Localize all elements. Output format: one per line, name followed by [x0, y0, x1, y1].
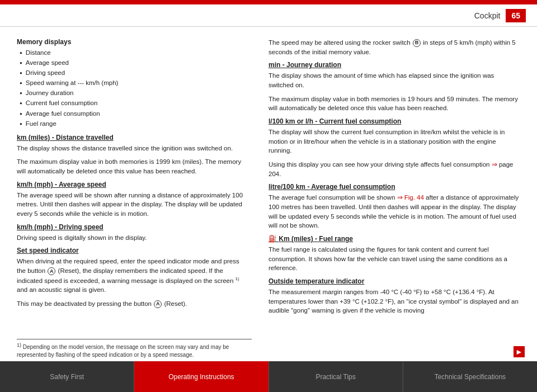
header-title-area: Cockpit 65 [474, 9, 526, 22]
fuel-icon: ⛽ [268, 235, 277, 243]
nav-technical-specs[interactable]: Technical Specifications [403, 361, 537, 392]
kmh-driving-p1: Driving speed is digitally shown in the … [17, 233, 246, 243]
list-item: Fuel range [20, 119, 246, 128]
journey-dur-section: min - Journey duration The display shows… [268, 61, 520, 113]
fuel-curr-section: l/100 km or l/h - Current fuel consumpti… [268, 117, 520, 178]
top-red-bar [0, 0, 537, 4]
km-miles-p1: The display shows the distance travelled… [17, 144, 246, 153]
kmh-avg-p1: The average speed will be shown after ru… [17, 191, 246, 219]
button-b-circle: B [413, 39, 421, 47]
nav-label-safety: Safety First [50, 373, 84, 381]
fuel-avg-title: litre/100 km - Average fuel consumption [268, 183, 520, 191]
kmh-driving-section: km/h (mph) - Driving speed Driving speed… [17, 223, 246, 243]
km-miles-title: km (miles) - Distance travelled [17, 134, 246, 141]
fuel-avg-p1: The average fuel consumption will be sho… [268, 193, 520, 230]
button-a-circle-2: A [154, 300, 162, 308]
footnote-ref: 1) [235, 276, 239, 281]
nav-safety-first[interactable]: Safety First [0, 361, 134, 392]
right-column: The speed may be altered using the rocke… [257, 27, 537, 361]
km-miles-p2: The maximum display value in both memori… [17, 157, 246, 176]
memory-displays-title: Memory displays [17, 38, 246, 46]
km-miles-section: km (miles) - Distance travelled The disp… [17, 134, 246, 176]
kmh-avg-title: km/h (mph) - Average speed [17, 181, 246, 188]
fig-arrow-link: ⇒ [397, 194, 403, 201]
nav-label-practical: Practical Tips [315, 373, 355, 381]
page-arrow-link: ⇒ [492, 161, 497, 168]
fuel-curr-title: l/100 km or l/h - Current fuel consumpti… [268, 117, 520, 125]
journey-dur-p2: The maximum display value in both memori… [268, 95, 520, 113]
list-item: Distance [20, 48, 246, 57]
next-page-arrow: ► [514, 346, 525, 357]
footnote-sup: 1) [17, 342, 21, 348]
fuel-avg-section: litre/100 km - Average fuel consumption … [268, 183, 520, 230]
list-item: Average speed [20, 58, 246, 67]
kmh-driving-title: km/h (mph) - Driving speed [17, 223, 246, 231]
fig-reference: Fig. 44 [404, 194, 424, 201]
nav-label-technical: Technical Specifications [435, 373, 506, 381]
speed-alter-p: The speed may be altered using the rocke… [268, 38, 520, 56]
footnote-area: 1) Depending on the model version, the m… [17, 339, 252, 358]
set-speed-section: Set speed indicator When driving at the … [17, 247, 246, 308]
set-speed-p1: When driving at the required speed, ente… [17, 257, 246, 295]
page-header: Cockpit 65 [0, 4, 537, 27]
outside-temp-p1: The measurement margin ranges from -40 °… [268, 287, 520, 315]
list-item: Journey duration [20, 88, 246, 97]
list-item: Driving speed [20, 68, 246, 77]
nav-practical-tips[interactable]: Practical Tips [269, 361, 403, 392]
fuel-range-section: ⛽ Km (miles) - Fuel range The fuel range… [268, 235, 520, 273]
button-a-circle: A [48, 267, 55, 275]
footnote-text: Depending on the model version, the mess… [17, 344, 229, 358]
page-number: 65 [506, 9, 526, 22]
list-item: Average fuel consumption [20, 109, 246, 118]
left-column: Memory displays Distance Average speed D… [0, 27, 257, 361]
journey-dur-p1: The display shows the amount of time whi… [268, 71, 520, 89]
memory-displays-list: Distance Average speed Driving speed Spe… [17, 48, 246, 128]
journey-dur-title: min - Journey duration [268, 61, 520, 69]
bottom-nav: Safety First Operating Instructions Prac… [0, 361, 537, 392]
fuel-curr-p1: The display will show the current fuel c… [268, 127, 520, 155]
kmh-avg-section: km/h (mph) - Average speed The average s… [17, 181, 246, 219]
outside-temp-section: Outside temperature indicator The measur… [268, 277, 520, 315]
fuel-range-title: ⛽ Km (miles) - Fuel range [268, 235, 520, 243]
memory-displays-section: Memory displays Distance Average speed D… [17, 38, 246, 128]
fuel-curr-p2: Using this display you can see how your … [268, 160, 520, 178]
main-content: Memory displays Distance Average speed D… [0, 27, 537, 361]
nav-label-operating: Operating Instructions [168, 373, 234, 381]
nav-operating-instructions[interactable]: Operating Instructions [134, 361, 268, 392]
fuel-range-p1: The fuel range is calculated using the f… [268, 245, 520, 273]
list-item: Current fuel consumption [20, 98, 246, 107]
set-speed-title: Set speed indicator [17, 247, 246, 254]
set-speed-p2: This may be deactivated by pressing the … [17, 299, 246, 309]
outside-temp-title: Outside temperature indicator [268, 277, 520, 285]
chapter-title: Cockpit [474, 11, 501, 20]
list-item: Speed warning at --- km/h (mph) [20, 78, 246, 87]
